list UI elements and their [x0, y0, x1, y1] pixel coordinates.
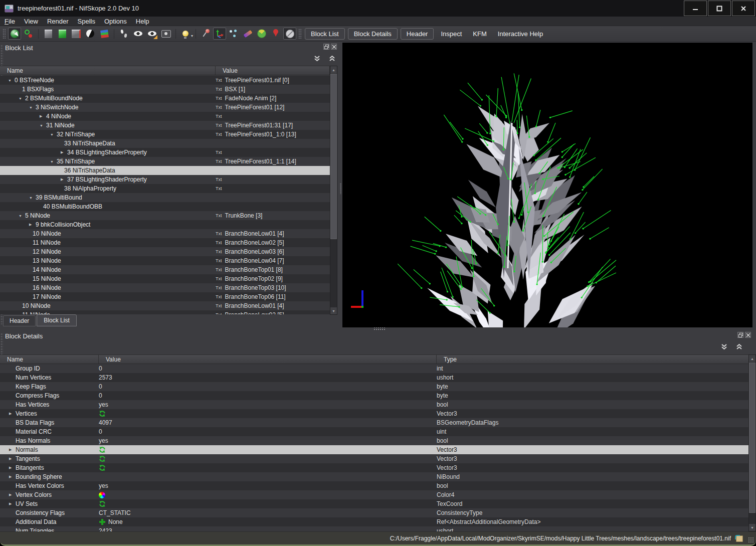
- block-list-row[interactable]: 14 NiNodeTxtBranchBoneTop01 [8]: [0, 265, 330, 274]
- block-details-row[interactable]: ▶BitangentsVector3: [0, 463, 749, 472]
- block-list-row[interactable]: 33 NiTriShapeData: [0, 139, 330, 148]
- block-details-row[interactable]: ▶VerticesVector3: [0, 409, 749, 418]
- expander-open-icon[interactable]: ▼: [19, 214, 25, 218]
- scroll-up-icon[interactable]: ▲: [749, 355, 755, 362]
- block-details-row[interactable]: ▶Bounding SphereNiBound: [0, 472, 749, 481]
- block-list-row[interactable]: 36 NiTriShapeData: [0, 166, 330, 175]
- expander-open-icon[interactable]: ▼: [29, 196, 36, 200]
- block-list-row[interactable]: 17 NiNodeTxtBranchBoneTop06 [11]: [0, 292, 330, 301]
- block-details-row[interactable]: Group ID0int: [0, 364, 749, 373]
- block-details-button[interactable]: Block Details: [348, 28, 398, 40]
- expander-open-icon[interactable]: ▼: [50, 133, 57, 136]
- column-header-value[interactable]: Value: [99, 355, 437, 363]
- expander-closed-icon[interactable]: ▶: [9, 493, 16, 497]
- block-list-row[interactable]: ▶37 BSLightingShaderPropertyTxt: [0, 175, 330, 184]
- block-list-scrollbar[interactable]: ▲ ▼: [330, 66, 337, 315]
- float-panel-button[interactable]: [737, 332, 743, 338]
- expander-open-icon[interactable]: ▼: [29, 106, 36, 109]
- close-panel-button[interactable]: [745, 332, 751, 338]
- block-details-row[interactable]: Num Vertices2573ushort: [0, 373, 749, 382]
- expander-closed-icon[interactable]: ▶: [9, 475, 16, 479]
- expander-closed-icon[interactable]: ▶: [29, 223, 36, 227]
- sphere-cursor-icon[interactable]: [8, 28, 21, 40]
- menu-item-file[interactable]: File: [0, 18, 20, 25]
- expander-open-icon[interactable]: ▼: [8, 79, 15, 82]
- cube-red-icon[interactable]: [70, 28, 83, 40]
- block-list-row[interactable]: 10 NiNodeTxtBranchBoneLow01 [4]: [0, 301, 330, 310]
- hidden-icon[interactable]: [283, 28, 296, 40]
- header-button[interactable]: Header: [401, 28, 434, 40]
- expander-closed-icon[interactable]: ▶: [9, 457, 16, 461]
- shade-lens-icon[interactable]: [84, 28, 97, 40]
- block-list-row[interactable]: 12 NiNodeTxtBranchBoneLow03 [6]: [0, 247, 330, 256]
- viewport-3d[interactable]: [342, 43, 752, 327]
- toolbar-grip[interactable]: [3, 29, 6, 39]
- column-header-type[interactable]: Type: [437, 355, 749, 363]
- block-list-button[interactable]: Block List: [305, 28, 345, 40]
- block-list-row[interactable]: ▶4 NiNodeTxt: [0, 112, 330, 121]
- expander-closed-icon[interactable]: ▶: [61, 177, 67, 181]
- expander-closed-icon[interactable]: ▶: [9, 412, 16, 416]
- block-details-row[interactable]: Material CRC0uint: [0, 427, 749, 436]
- block-details-row[interactable]: Has Verticesyesbool: [0, 400, 749, 409]
- interactive-help-button[interactable]: Interactive Help: [493, 29, 547, 39]
- block-details-row[interactable]: ▶Vertex ColorsColor4: [0, 490, 749, 499]
- axes-icon[interactable]: [213, 28, 226, 40]
- block-list-row[interactable]: ▼0 BSTreeNodeTxtTreePineForest01.nif [0]: [0, 76, 330, 85]
- block-details-row[interactable]: Additional DataNoneRef<AbstractAdditiona…: [0, 517, 749, 526]
- inspect-button[interactable]: Inspect: [436, 29, 466, 39]
- minimize-button[interactable]: [684, 1, 707, 16]
- expand-all-button[interactable]: [735, 343, 743, 350]
- block-details-row[interactable]: BS Data Flags4097BSGeometryDataFlags: [0, 418, 749, 427]
- block-list-row[interactable]: 16 NiNodeTxtBranchBoneTop03 [10]: [0, 283, 330, 292]
- scrollbar-thumb[interactable]: [749, 362, 755, 513]
- cube-gray-icon[interactable]: [42, 28, 55, 40]
- expand-all-button[interactable]: [328, 55, 336, 62]
- vertical-splitter[interactable]: [339, 42, 342, 327]
- block-list-row[interactable]: 13 NiNodeTxtBranchBoneLow04 [7]: [0, 256, 330, 265]
- expander-closed-icon[interactable]: ▶: [9, 448, 16, 452]
- close-panel-button[interactable]: [331, 44, 337, 50]
- block-list-row[interactable]: 11 NiNodeTxtBranchBoneLow02 [5]: [0, 310, 330, 314]
- float-panel-button[interactable]: [323, 44, 329, 50]
- lod-sphere-icon[interactable]: [255, 28, 268, 40]
- tab-block-list[interactable]: Block List: [37, 314, 76, 326]
- eye-icon[interactable]: [131, 28, 144, 40]
- scroll-down-icon[interactable]: ▼: [749, 524, 755, 531]
- toolbar-grip[interactable]: [298, 29, 302, 39]
- block-list-row[interactable]: ▶9 bhkCollisionObject: [0, 220, 330, 229]
- block-list-row[interactable]: ▼5 NiNodeTxtTrunkBone [3]: [0, 211, 330, 220]
- block-list-row[interactable]: ▶34 BSLightingShaderPropertyTxt: [0, 148, 330, 157]
- block-details-row[interactable]: ▶NormalsVector3: [0, 445, 749, 454]
- block-details-row[interactable]: Num Triangles2423ushort: [0, 526, 749, 531]
- kfm-button[interactable]: KFM: [468, 29, 491, 39]
- eye-highlight-icon[interactable]: [145, 28, 158, 40]
- expander-open-icon[interactable]: ▼: [40, 124, 46, 127]
- screenshot-icon[interactable]: [159, 28, 172, 40]
- menu-item-options[interactable]: Options: [100, 18, 131, 25]
- tab-header[interactable]: Header: [3, 315, 36, 326]
- menu-item-help[interactable]: Help: [131, 18, 154, 25]
- block-list-row[interactable]: ▼35 NiTriShapeTxtTreePineForest01_1:1 [1…: [0, 157, 330, 166]
- expander-open-icon[interactable]: ▼: [50, 160, 57, 163]
- block-list-row[interactable]: 1 BSXFlagsTxtBSX [1]: [0, 85, 330, 94]
- expander-open-icon[interactable]: ▼: [19, 97, 25, 100]
- resize-grip[interactable]: [748, 537, 754, 543]
- menu-item-render[interactable]: Render: [43, 18, 73, 25]
- gradient-arrow-icon[interactable]: [241, 28, 254, 40]
- block-details-row[interactable]: Has Normalsyesbool: [0, 436, 749, 445]
- menu-item-spells[interactable]: Spells: [73, 18, 100, 25]
- block-list-row[interactable]: 11 NiNodeTxtBranchBoneLow02 [5]: [0, 238, 330, 247]
- footsteps-icon[interactable]: [117, 28, 130, 40]
- marker-icon[interactable]: [269, 28, 282, 40]
- block-details-row[interactable]: ▶UV SetsTexCoord: [0, 499, 749, 508]
- block-details-row[interactable]: Consistency FlagsCT_STATICConsistencyTyp…: [0, 508, 749, 517]
- block-list-row[interactable]: ▼3 NiSwitchNodeTxtTreePineForest01 [12]: [0, 103, 330, 112]
- light-icon[interactable]: [179, 28, 192, 40]
- pin-icon[interactable]: [199, 28, 212, 40]
- menu-item-view[interactable]: View: [20, 18, 43, 25]
- block-list-row[interactable]: 10 NiNodeTxtBranchBoneLow01 [4]: [0, 229, 330, 238]
- maximize-button[interactable]: [708, 1, 731, 16]
- block-list-row[interactable]: 40 BSMultiBoundOBB: [0, 202, 330, 211]
- nodes-icon[interactable]: [227, 28, 240, 40]
